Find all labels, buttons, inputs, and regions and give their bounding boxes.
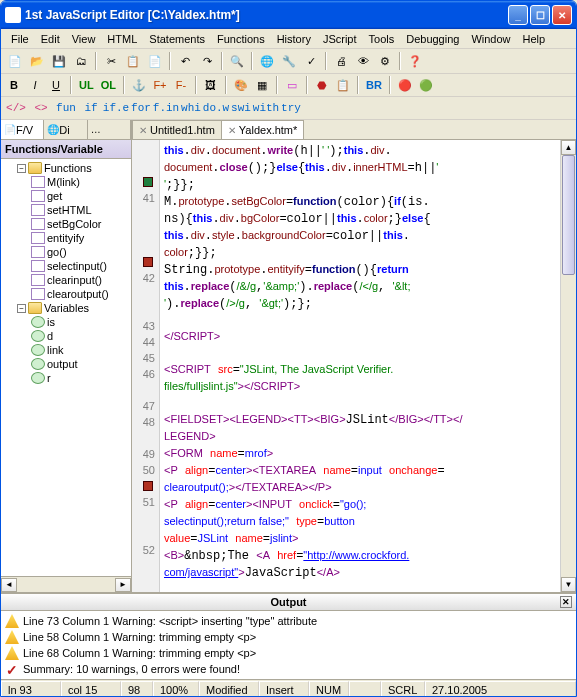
new-button[interactable]: 📄 bbox=[5, 51, 25, 71]
menu-file[interactable]: File bbox=[5, 31, 35, 47]
kw-for[interactable]: for bbox=[130, 99, 152, 117]
menu-window[interactable]: Window bbox=[465, 31, 516, 47]
check-button[interactable]: ✓ bbox=[301, 51, 321, 71]
kw-dow[interactable]: do.w bbox=[205, 99, 227, 117]
menu-edit[interactable]: Edit bbox=[35, 31, 66, 47]
tree-var-is[interactable]: is bbox=[3, 315, 129, 329]
tree-fn-clearoutput[interactable]: clearoutput() bbox=[3, 287, 129, 301]
kw-fin[interactable]: f.in bbox=[155, 99, 177, 117]
tree-fn-entityify[interactable]: entityify bbox=[3, 231, 129, 245]
tab-yaldex[interactable]: ✕Yaldex.htm* bbox=[221, 120, 305, 139]
anchor-button[interactable]: ⚓ bbox=[130, 76, 148, 94]
kw-whi[interactable]: whi bbox=[180, 99, 202, 117]
kw-fun[interactable]: fun bbox=[55, 99, 77, 117]
tree-functions[interactable]: −Functions bbox=[3, 161, 129, 175]
italic-button[interactable]: I bbox=[26, 76, 44, 94]
tree-fn-get[interactable]: get bbox=[3, 189, 129, 203]
minimize-button[interactable]: _ bbox=[508, 5, 528, 25]
tree-fn-clearinput[interactable]: clearinput() bbox=[3, 273, 129, 287]
output-summary[interactable]: ✓Summary: 10 warnings, 0 errors were fou… bbox=[5, 661, 572, 677]
tree-variables[interactable]: −Variables bbox=[3, 301, 129, 315]
tree-fn-Mlink[interactable]: M(link) bbox=[3, 175, 129, 189]
fminus-button[interactable]: F- bbox=[172, 76, 190, 94]
sidebar-hscroll[interactable]: ◄ ► bbox=[1, 576, 131, 592]
settings-button[interactable]: ⚙ bbox=[375, 51, 395, 71]
saveall-button[interactable]: 🗂 bbox=[71, 51, 91, 71]
sidetab-di[interactable]: 🌐 Di bbox=[44, 120, 87, 139]
table-button[interactable]: ▦ bbox=[253, 76, 271, 94]
open-button[interactable]: 📂 bbox=[27, 51, 47, 71]
kw-[interactable]: </> bbox=[5, 99, 27, 117]
kw-ife[interactable]: if.e bbox=[105, 99, 127, 117]
close-button[interactable]: ✕ bbox=[552, 5, 572, 25]
help-button[interactable]: ❓ bbox=[405, 51, 425, 71]
output-body[interactable]: Line 73 Column 1 Warning: <script> inser… bbox=[1, 611, 576, 679]
globe-button[interactable]: 🌐 bbox=[257, 51, 277, 71]
menu-view[interactable]: View bbox=[66, 31, 102, 47]
undo-button[interactable]: ↶ bbox=[175, 51, 195, 71]
kw-if[interactable]: if bbox=[80, 99, 102, 117]
kw-with[interactable]: with bbox=[255, 99, 277, 117]
menu-statements[interactable]: Statements bbox=[143, 31, 211, 47]
br-button[interactable]: BR bbox=[364, 76, 384, 94]
copy-button[interactable]: 📋 bbox=[123, 51, 143, 71]
menu-history[interactable]: History bbox=[271, 31, 317, 47]
vscrollbar[interactable]: ▲ ▼ bbox=[560, 140, 576, 592]
tools-button[interactable]: 🔧 bbox=[279, 51, 299, 71]
kw-try[interactable]: try bbox=[280, 99, 302, 117]
tree-var-link[interactable]: link bbox=[3, 343, 129, 357]
menu-html[interactable]: HTML bbox=[101, 31, 143, 47]
print-button[interactable]: 🖨 bbox=[331, 51, 351, 71]
toolbar-1: 📄 📂 💾 🗂 ✂ 📋 📄 ↶ ↷ 🔍 🌐 🔧 ✓ 🖨 👁 ⚙ ❓ bbox=[1, 49, 576, 74]
fplus-button[interactable]: F+ bbox=[151, 76, 169, 94]
save-button[interactable]: 💾 bbox=[49, 51, 69, 71]
code[interactable]: this.div.document.write(h||' ');this.div… bbox=[160, 140, 576, 592]
view-button[interactable]: 👁 bbox=[353, 51, 373, 71]
sidetab-fv[interactable]: 📄 F/V bbox=[1, 120, 44, 139]
kw-[interactable]: <> bbox=[30, 99, 52, 117]
sidetab-more[interactable]: … bbox=[88, 120, 131, 139]
close-tab-icon[interactable]: ✕ bbox=[228, 125, 236, 136]
tree-var-output[interactable]: output bbox=[3, 357, 129, 371]
output-line[interactable]: Line 58 Column 1 Warning: trimming empty… bbox=[5, 629, 572, 645]
stop-button[interactable]: ⬣ bbox=[313, 76, 331, 94]
bold-button[interactable]: B bbox=[5, 76, 23, 94]
ol-button[interactable]: OL bbox=[99, 76, 118, 94]
image-button[interactable]: 🖼 bbox=[202, 76, 220, 94]
cut-button[interactable]: ✂ bbox=[101, 51, 121, 71]
tree-fn-setHTML[interactable]: setHTML bbox=[3, 203, 129, 217]
find-button[interactable]: 🔍 bbox=[227, 51, 247, 71]
kw-swi[interactable]: swi bbox=[230, 99, 252, 117]
menu-debugging[interactable]: Debugging bbox=[400, 31, 465, 47]
color1-button[interactable]: 🔴 bbox=[396, 76, 414, 94]
ul-button[interactable]: UL bbox=[77, 76, 96, 94]
output-line[interactable]: Line 68 Column 1 Warning: trimming empty… bbox=[5, 645, 572, 661]
tree-var-d[interactable]: d bbox=[3, 329, 129, 343]
scroll-thumb[interactable] bbox=[562, 155, 575, 275]
palette-button[interactable]: 🎨 bbox=[232, 76, 250, 94]
output-line[interactable]: Line 73 Column 1 Warning: <script> inser… bbox=[5, 613, 572, 629]
output-close-icon[interactable]: ✕ bbox=[560, 596, 572, 608]
color2-button[interactable]: 🟢 bbox=[417, 76, 435, 94]
menu-functions[interactable]: Functions bbox=[211, 31, 271, 47]
menu-tools[interactable]: Tools bbox=[363, 31, 401, 47]
menu-jscript[interactable]: JScript bbox=[317, 31, 363, 47]
tree-fn-selectinput[interactable]: selectinput() bbox=[3, 259, 129, 273]
underline-button[interactable]: U bbox=[47, 76, 65, 94]
paste-button[interactable]: 📄 bbox=[145, 51, 165, 71]
box-button[interactable]: ▭ bbox=[283, 76, 301, 94]
menu-help[interactable]: Help bbox=[517, 31, 552, 47]
editor: ✕Untitled1.htm ✕Yaldex.htm* 41 42 434445… bbox=[132, 120, 576, 592]
maximize-button[interactable]: ☐ bbox=[530, 5, 550, 25]
close-tab-icon[interactable]: ✕ bbox=[139, 125, 147, 136]
code-area[interactable]: 41 42 43444546 4748 495051 52 this.div.d… bbox=[132, 140, 576, 592]
tree-var-r[interactable]: r bbox=[3, 371, 129, 385]
list-button[interactable]: 📋 bbox=[334, 76, 352, 94]
scroll-up-icon[interactable]: ▲ bbox=[561, 140, 576, 155]
tree-fn-go[interactable]: go() bbox=[3, 245, 129, 259]
scroll-down-icon[interactable]: ▼ bbox=[561, 577, 576, 592]
tree[interactable]: −FunctionsM(link)getsetHTMLsetBgColorent… bbox=[1, 159, 131, 576]
tree-fn-setBgColor[interactable]: setBgColor bbox=[3, 217, 129, 231]
redo-button[interactable]: ↷ bbox=[197, 51, 217, 71]
tab-untitled[interactable]: ✕Untitled1.htm bbox=[132, 120, 222, 139]
